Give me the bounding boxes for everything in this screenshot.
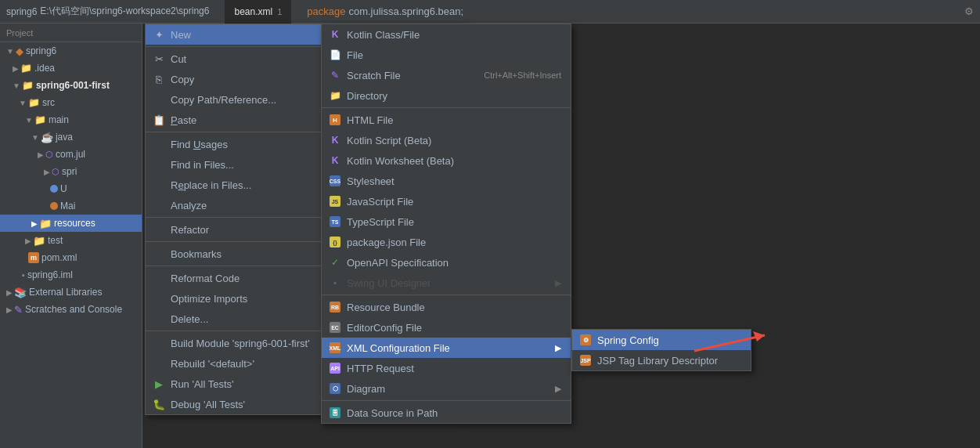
sidebar-item-spring6-iml[interactable]: ▪ spring6.iml xyxy=(0,266,142,284)
tab-label: bean.xml xyxy=(234,6,272,17)
sidebar-item-label: test xyxy=(48,235,63,246)
sidebar-item-src[interactable]: ▼ 📁 src xyxy=(0,94,142,111)
submenu-item-label: Swing UI Designer xyxy=(347,277,555,289)
folder-icon: 📁 xyxy=(28,97,40,108)
kotlin-worksheet-icon: K xyxy=(328,155,342,166)
sidebar-item-spring6-001-first[interactable]: ▼ 📁 spring6-001-first xyxy=(0,77,142,94)
submenu-item-swing-designer[interactable]: ▪ Swing UI Designer ▶ xyxy=(322,273,571,293)
http-icon: API xyxy=(328,363,342,374)
submenu-item-label: Scratch File xyxy=(347,70,484,81)
sidebar-item-label: spri xyxy=(62,166,77,177)
jsp-tag-icon: JSP xyxy=(578,355,593,366)
sidebar-item-spring6[interactable]: ▼ ◆ spring6 xyxy=(0,42,142,60)
submenu-arrow: ▶ xyxy=(555,278,561,288)
cut-icon: ✂ xyxy=(152,53,166,65)
sidebar-item-java[interactable]: ▼ ☕ java xyxy=(0,128,142,146)
submenu-item-scratch-file[interactable]: ✎ Scratch File Ctrl+Alt+Shift+Insert xyxy=(322,65,571,85)
xml-config-icon: XML xyxy=(328,342,342,353)
project-path: E:\代码空间\spring6-workspace2\spring6 xyxy=(40,5,209,18)
submenu-item-directory[interactable]: 📁 Directory xyxy=(322,85,571,106)
code-text: com.julissa.spring6.bean; xyxy=(348,5,463,17)
submenu-item-stylesheet[interactable]: CSS Stylesheet xyxy=(322,171,571,191)
submenu-item-label: Diagram xyxy=(347,383,555,395)
sidebar-item-label: main xyxy=(49,114,69,125)
class-icon xyxy=(50,185,58,193)
submenu-item-label: package.json File xyxy=(347,237,561,248)
sidebar-item-Mai[interactable]: Mai xyxy=(0,197,142,215)
sidebar-item-U[interactable]: U xyxy=(0,180,142,197)
directory-icon: 📁 xyxy=(328,90,342,101)
submenu-item-label: Stylesheet xyxy=(347,175,561,187)
submenu-item-label: File xyxy=(347,49,561,61)
submenu-item-file[interactable]: 📄 File xyxy=(322,45,571,65)
project-icon: ◆ xyxy=(16,45,23,57)
submenu-item-label: XML Configuration File xyxy=(347,342,555,354)
spring-config-icon: ⚙ xyxy=(578,334,593,345)
project-name: spring6 xyxy=(6,6,37,17)
sidebar-item-external-libraries[interactable]: ▶ 📚 External Libraries xyxy=(0,284,142,301)
folder-icon: 📁 xyxy=(20,63,32,74)
expand-arrow: ▶ xyxy=(6,305,13,314)
resource-bundle-icon: RB xyxy=(328,302,342,313)
settings-icon[interactable]: ⚙ xyxy=(964,5,974,17)
resources-icon: 📁 xyxy=(39,218,52,229)
sidebar-item-com-jul[interactable]: ▶ ⬡ com.jul xyxy=(0,146,142,163)
submenu-item-editorconfig[interactable]: EC EditorConfig File xyxy=(322,317,571,338)
sidebar-item-test[interactable]: ▶ 📁 test xyxy=(0,232,142,249)
submenu-item-javascript[interactable]: JS JavaScript File xyxy=(322,191,571,211)
sidebar-item-pom-xml[interactable]: m pom.xml xyxy=(0,249,142,266)
kotlin-script-icon: K xyxy=(328,135,342,146)
folder-icon: 📁 xyxy=(22,80,34,91)
submenu-item-package-json[interactable]: {} package.json File xyxy=(322,232,571,252)
test-folder-icon: 📁 xyxy=(33,235,45,247)
submenu-item-kotlin-worksheet[interactable]: K Kotlin Worksheet (Beta) xyxy=(322,150,571,171)
sidebar-item-scratches[interactable]: ▶ ✎ Scratches and Console xyxy=(0,301,142,318)
sidebar-item-label: resources xyxy=(54,218,95,229)
submenu-item-typescript[interactable]: TS TypeScript File xyxy=(322,211,571,232)
submenu-item-openapi[interactable]: ✓ OpenAPI Specification xyxy=(322,252,571,273)
submenu-item-label: Kotlin Class/File xyxy=(347,29,561,41)
submenu-item-http-request[interactable]: API HTTP Request xyxy=(322,358,571,378)
submenu-item-kotlin-script[interactable]: K Kotlin Script (Beta) xyxy=(322,130,571,150)
editorconfig-icon: EC xyxy=(328,322,342,333)
separator xyxy=(322,107,571,108)
submenu-item-label: EditorConfig File xyxy=(347,322,561,334)
submenu-arrow: ▶ xyxy=(555,343,561,353)
active-tab[interactable]: bean.xml 1 xyxy=(225,0,291,23)
submenu-item-xml-config[interactable]: XML XML Configuration File ▶ xyxy=(322,338,571,358)
expand-arrow: ▼ xyxy=(25,116,33,125)
openapi-icon: ✓ xyxy=(328,257,342,268)
sidebar: Project ▼ ◆ spring6 ▶ 📁 .idea ▼ 📁 spring… xyxy=(0,23,142,448)
submenu-item-datasource[interactable]: 🗄 Data Source in Path xyxy=(322,403,571,423)
sidebar-item-spri[interactable]: ▶ ⬡ spri xyxy=(0,163,142,180)
html-icon: H xyxy=(328,114,342,125)
submenu-item-resource-bundle[interactable]: RB Resource Bundle xyxy=(322,297,571,317)
package-icon: ⬡ xyxy=(52,167,59,177)
shortcut: Ctrl+Alt+Shift+Insert xyxy=(484,70,561,80)
datasource-icon: 🗄 xyxy=(328,407,342,418)
sidebar-item-label: Scratches and Console xyxy=(25,304,122,315)
sidebar-item-label: U xyxy=(60,183,67,194)
sidebar-item-resources[interactable]: ▶ 📁 resources xyxy=(0,215,142,232)
sidebar-item-label: pom.xml xyxy=(41,252,77,263)
submenu-item-label: Resource Bundle xyxy=(347,302,561,313)
sidebar-item-idea[interactable]: ▶ 📁 .idea xyxy=(0,60,142,77)
copy-icon: ⎘ xyxy=(152,74,166,85)
paste-icon: 📋 xyxy=(152,114,166,126)
submenu-item-html[interactable]: H HTML File xyxy=(322,110,571,130)
sidebar-item-main[interactable]: ▼ 📁 main xyxy=(0,111,142,128)
submenu-item-diagram[interactable]: ⬡ Diagram ▶ xyxy=(322,378,571,399)
submenu2-item-jsp-tag[interactable]: JSP JSP Tag Library Descriptor xyxy=(572,350,751,370)
submenu-item-kotlin-class[interactable]: K Kotlin Class/File xyxy=(322,24,571,45)
sidebar-item-label: Mai xyxy=(60,201,75,211)
kotlin-class-icon: K xyxy=(328,29,342,40)
xml-config-submenu: ⚙ Spring Config JSP JSP Tag Library Desc… xyxy=(571,329,751,371)
submenu2-item-label: JSP Tag Library Descriptor xyxy=(597,355,741,367)
submenu-item-label: HTTP Request xyxy=(347,363,561,374)
submenu-item-label: HTML File xyxy=(347,114,561,126)
diagram-icon: ⬡ xyxy=(328,383,342,394)
ts-icon: TS xyxy=(328,216,342,227)
folder-icon: 📁 xyxy=(34,114,46,125)
submenu2-item-spring-config[interactable]: ⚙ Spring Config xyxy=(572,330,751,350)
sidebar-item-label: spring6-001-first xyxy=(36,80,110,91)
